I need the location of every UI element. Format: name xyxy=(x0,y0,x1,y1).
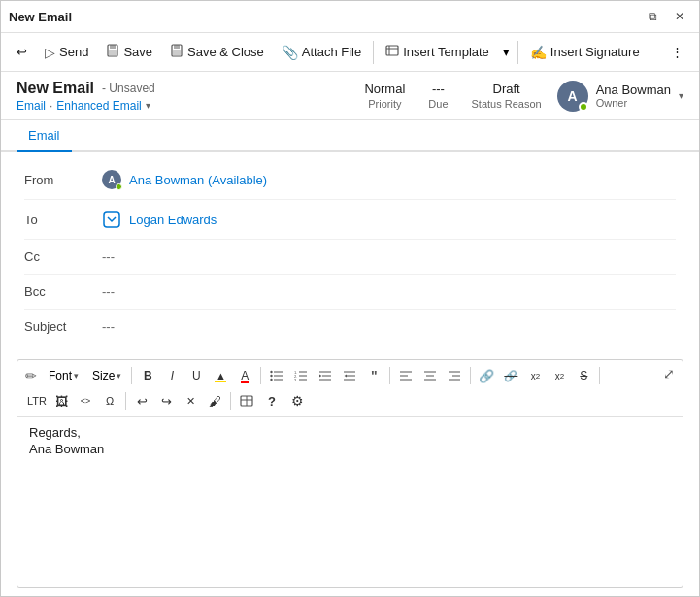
ltr-button[interactable]: LTR xyxy=(25,389,49,413)
to-name[interactable]: Logan Edwards xyxy=(129,213,217,227)
superscript-button[interactable]: x2 xyxy=(523,364,547,387)
send-button[interactable]: ▷ Send xyxy=(37,41,96,64)
owner-initial: A xyxy=(568,88,578,104)
due-meta: --- Due xyxy=(428,82,448,110)
toolbar-separator-1 xyxy=(131,367,132,384)
cc-label: Cc xyxy=(24,249,102,264)
table-button[interactable] xyxy=(235,389,258,413)
send-label: Send xyxy=(59,45,88,59)
breadcrumb-child[interactable]: Enhanced Email xyxy=(56,99,141,113)
font-color-button[interactable]: A xyxy=(233,364,256,387)
attach-file-button[interactable]: 📎 Attach File xyxy=(274,41,369,64)
to-value: Logan Edwards xyxy=(102,210,676,229)
save-close-label: Save & Close xyxy=(187,45,264,59)
reply-back-button[interactable]: ↩ xyxy=(9,41,35,63)
insert-template-button[interactable]: Insert Template xyxy=(378,40,497,64)
editor-line1: Regards, xyxy=(29,425,671,440)
expand-button[interactable]: ⤢ xyxy=(663,366,675,381)
from-value: A Ana Bowman (Available) xyxy=(102,170,676,189)
editor-toolbar: ✏ Font ▾ Size ▾ B I U ▲ xyxy=(17,360,683,417)
bcc-value[interactable]: --- xyxy=(102,284,676,299)
meta-section: Normal Priority --- Due Draft Status Rea… xyxy=(364,82,541,110)
align-right-button[interactable] xyxy=(443,364,466,387)
help-button[interactable]: ? xyxy=(260,389,283,413)
size-dropdown[interactable]: Size ▾ xyxy=(86,364,127,387)
insert-template-dropdown[interactable]: ▾ xyxy=(499,41,514,63)
undo-button[interactable]: ↩ xyxy=(130,389,153,413)
image-button[interactable]: 🖼 xyxy=(50,389,73,413)
insert-template-label: Insert Template xyxy=(403,45,489,59)
clear-format-button[interactable]: ✕ xyxy=(179,389,202,413)
svg-rect-4 xyxy=(174,45,180,49)
font-dropdown-arrow: ▾ xyxy=(74,371,79,381)
toolbar-separator-7 xyxy=(230,392,231,410)
insert-signature-label: Insert Signature xyxy=(550,45,640,59)
save-label: Save xyxy=(123,45,152,59)
signature-icon: ✍ xyxy=(530,45,547,60)
separator-1 xyxy=(373,41,374,64)
cc-value[interactable]: --- xyxy=(102,249,676,264)
subscript-button[interactable]: x2 xyxy=(548,364,571,387)
bold-button[interactable]: B xyxy=(136,364,159,387)
redo-button[interactable]: ↪ xyxy=(154,389,178,413)
save-close-icon xyxy=(170,44,183,60)
font-dropdown[interactable]: Font ▾ xyxy=(43,364,84,387)
decrease-indent-button[interactable] xyxy=(314,364,337,387)
bullets-button[interactable] xyxy=(265,364,288,387)
restore-button[interactable]: ⧉ xyxy=(641,5,664,28)
paint-button[interactable]: 🖌 xyxy=(203,389,226,413)
editor-body[interactable]: Regards, Ana Bowman xyxy=(17,417,683,587)
priority-meta: Normal Priority xyxy=(364,82,405,110)
cc-field-row: Cc --- xyxy=(24,240,676,275)
more-options-button[interactable]: ⋮ xyxy=(663,41,691,63)
breadcrumb-dropdown-icon[interactable]: ▾ xyxy=(146,100,150,111)
toolbar-separator-5 xyxy=(599,367,600,384)
strikethrough-button[interactable]: S xyxy=(572,364,595,387)
recipient-icon xyxy=(102,210,121,229)
html-button[interactable]: <> xyxy=(74,389,97,413)
increase-indent-button[interactable] xyxy=(338,364,361,387)
subject-value[interactable]: --- xyxy=(102,319,676,334)
to-label: To xyxy=(24,213,102,227)
special-char-button[interactable]: Ω xyxy=(98,389,121,413)
save-close-button[interactable]: Save & Close xyxy=(162,40,272,64)
numbering-button[interactable]: 1.2.3. xyxy=(289,364,313,387)
settings-button[interactable]: ⚙ xyxy=(285,389,309,413)
svg-text:3.: 3. xyxy=(294,378,297,381)
align-left-button[interactable] xyxy=(394,364,417,387)
font-label: Font xyxy=(49,369,72,382)
owner-info: Ana Bowman Owner xyxy=(596,83,671,109)
email-form: From A Ana Bowman (Available) To Logan E… xyxy=(1,152,699,596)
title-bar: New Email ⧉ ✕ xyxy=(1,1,699,33)
info-bar: New Email - Unsaved Email · Enhanced Ema… xyxy=(1,72,699,120)
owner-role: Owner xyxy=(596,97,671,109)
from-name[interactable]: Ana Bowman (Available) xyxy=(129,173,267,187)
underline-button[interactable]: U xyxy=(184,364,208,387)
insert-signature-button[interactable]: ✍ Insert Signature xyxy=(522,41,648,64)
close-button[interactable]: ✕ xyxy=(668,5,691,28)
command-bar: ↩ ▷ Send Save Save & Close 📎 Attach File xyxy=(1,33,699,72)
owner-dropdown-icon[interactable]: ▾ xyxy=(679,90,683,101)
unlink-button[interactable]: 🔗 xyxy=(499,364,522,387)
size-dropdown-arrow: ▾ xyxy=(117,371,121,381)
save-button[interactable]: Save xyxy=(98,40,160,64)
unsaved-label: - Unsaved xyxy=(102,82,155,95)
svg-rect-6 xyxy=(386,46,398,55)
svg-point-10 xyxy=(271,371,273,373)
align-center-button[interactable] xyxy=(418,364,442,387)
status-label: Status Reason xyxy=(472,98,542,110)
owner-section: A Ana Bowman Owner ▾ xyxy=(557,81,683,112)
toolbar-separator-3 xyxy=(389,367,390,384)
email-window: New Email ⧉ ✕ ↩ ▷ Send Save Save & Close xyxy=(0,0,700,597)
italic-button[interactable]: I xyxy=(160,364,183,387)
quote-button[interactable]: " xyxy=(362,364,385,387)
reply-back-icon: ↩ xyxy=(17,45,27,59)
link-button[interactable]: 🔗 xyxy=(475,364,498,387)
attach-label: Attach File xyxy=(302,45,361,59)
breadcrumb-root[interactable]: Email xyxy=(17,99,46,113)
font-color-icon: A xyxy=(241,369,249,383)
tab-email[interactable]: Email xyxy=(17,120,72,152)
attach-icon: 📎 xyxy=(282,45,298,60)
highlight-button[interactable]: ▲ xyxy=(209,364,232,387)
status-meta: Draft Status Reason xyxy=(472,82,542,110)
